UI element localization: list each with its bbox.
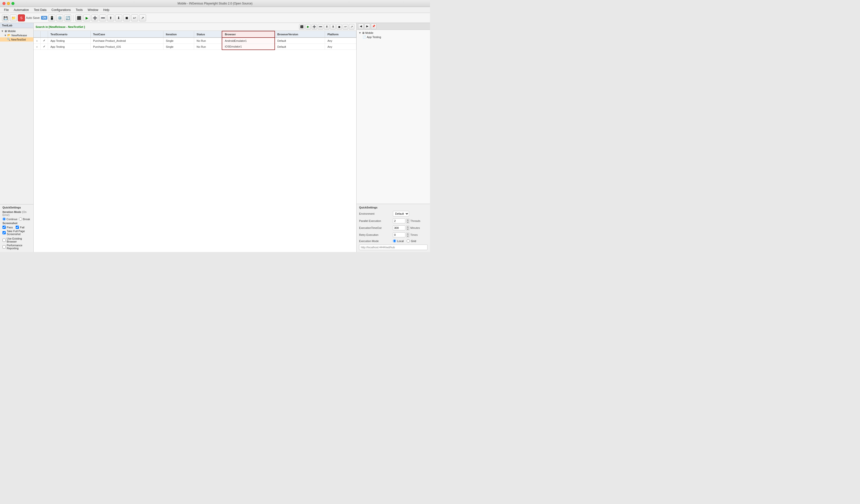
center-redo-btn[interactable]: ↩ [343,24,348,30]
rqs-retry-input[interactable] [393,232,405,237]
toolbar-record-icon[interactable]: ⬛ [75,14,82,21]
screenshot-fail-label: Fail [20,226,24,229]
menu-help[interactable]: Help [101,8,112,12]
toolbar-mobile-icon[interactable]: 📱 [48,14,55,21]
center-add-btn[interactable]: ➕ [312,24,317,30]
table-row[interactable]: ○ ✓ App Testing Purchase Product_iOS Sin… [33,44,356,50]
minimize-button[interactable] [7,2,10,5]
autosave-toggle[interactable]: ON [41,16,47,20]
rqs-parallel-up[interactable]: ▲ [406,219,409,221]
performance-reporting-label: Performance Reporting [7,244,31,250]
center-down-btn[interactable]: ⬇ [330,24,336,30]
expand-icon: ▼ [1,30,3,33]
fullpage-check[interactable] [2,231,6,234]
toolbar-play-icon[interactable]: ▶ [83,14,90,21]
tree-item-newtestset[interactable]: 🔍 NewTestSet [0,37,33,42]
right-tree-apptesting[interactable]: 📄 App Testing [358,35,429,39]
break-option[interactable]: Break [19,217,30,221]
menu-configurations[interactable]: Configurations [49,8,73,12]
menu-file[interactable]: File [2,8,11,12]
screenshot-fullpage-row: Take Full Page Screenshot [2,230,31,235]
toolbar-remove-icon[interactable]: ➖ [99,14,106,21]
performance-reporting-check[interactable] [2,245,6,248]
rqs-timeout-spinner: ▲ ▼ [406,226,409,230]
rqs-parallel-down[interactable]: ▼ [406,221,409,224]
toolbar-redo-icon[interactable]: ↩ [131,14,138,21]
use-existing-browser-label: Use Existing Browser [7,237,31,243]
toolbar-up-icon[interactable]: ⬆ [107,14,114,21]
rqs-environment-select[interactable]: Default [393,211,409,216]
maximize-button[interactable] [12,2,14,5]
toolbar-floppy-icon[interactable]: 📁 [10,14,17,21]
row1-selector[interactable]: ○ [33,38,40,44]
rqs-environment-value: Default [393,211,409,216]
screenshot-pass-check[interactable] [2,226,6,229]
rqs-local-option[interactable]: Local [393,239,404,243]
rqs-header: QuickSettings [359,206,428,209]
continue-option[interactable]: Continue [2,217,17,221]
window-title: Mobile - INGenious Playwright Studio 2.0… [178,2,253,5]
rqs-retry-value: ▲ ▼ Times [393,232,418,237]
toolbar-savered-icon[interactable]: S [18,14,25,21]
menu-tools[interactable]: Tools [74,8,85,12]
right-forward-btn[interactable]: ▶ [364,24,370,29]
center-play-btn[interactable]: ▶ [305,24,311,30]
center-export-btn[interactable]: ↗ [349,24,354,30]
toolbar-stop-icon[interactable]: ⏹ [123,14,130,21]
rqs-retry-down[interactable]: ▼ [406,235,409,237]
rqs-url-input[interactable] [359,245,428,250]
screenshot-fail-check[interactable] [16,226,19,229]
left-panel: TestLab ▼ 🖥 Mobile ▼ 📂 NewRelease 🔍 NewT… [0,23,33,252]
center-stop-btn[interactable]: ⬛ [299,24,304,30]
close-button[interactable] [2,2,5,5]
row2-iteration: Single [163,44,194,50]
toolbar-external-icon[interactable]: ↗ [139,14,146,21]
row1-check[interactable]: ✓ [40,38,48,44]
break-radio[interactable] [19,217,22,221]
rqs-timeout-label: ExecutionTimeOut [359,226,391,229]
table-row[interactable]: ○ ✓ App Testing Purchase Product_Android… [33,38,356,44]
testlab-header: TestLab [0,23,33,28]
menu-window[interactable]: Window [86,8,100,12]
center-remove-btn[interactable]: ➖ [318,24,323,30]
continue-label: Continue [6,218,17,221]
menu-testdata[interactable]: Test Data [32,8,48,12]
main-toolbar: 💾 📁 S Auto Save ON 📱 ⚙️ 🔄 ⬛ ▶ ➕ ➖ ⬆ ⬇ ⏹ … [0,13,430,23]
toolbar-add-icon[interactable]: ➕ [91,14,98,21]
right-back-btn[interactable]: ◀ [358,24,363,29]
rqs-execmode-label: Execution Mode [359,240,391,243]
use-existing-browser-check[interactable] [2,239,6,242]
row2-selector[interactable]: ○ [33,44,40,50]
rqs-parallel-input[interactable]: 2 [393,218,405,224]
toolbar-refresh-icon[interactable]: 🔄 [64,14,71,21]
rqs-local-label: Local [397,240,404,243]
rqs-local-radio[interactable] [393,239,396,243]
row2-testcase: Purchase Product_iOS [90,44,163,50]
rqs-grid-radio[interactable] [406,239,410,243]
toolbar-save-icon[interactable]: 💾 [2,14,9,21]
toolbar-down-icon[interactable]: ⬇ [115,14,122,21]
rqs-retry-up[interactable]: ▲ [406,233,409,235]
tree-item-mobile[interactable]: ▼ 🖥 Mobile [0,29,33,33]
quick-settings-left: QuickSettings Iteration Mode (On Error) … [0,204,33,252]
row2-browser: iOSEmulator1 [222,44,274,50]
rqs-timeout-input[interactable] [393,225,405,230]
right-pin-btn[interactable]: 📌 [371,24,376,29]
center-halt-btn[interactable]: ⏹ [336,24,342,30]
test-table: TestScenario TestCase Iteration Status B… [33,31,356,50]
menu-automation[interactable]: Automation [12,8,31,12]
row2-browserversion: Default [275,44,325,50]
rqs-parallel-row: Parallel Execution 2 ▲ ▼ Threads [359,218,428,224]
rqs-grid-option[interactable]: Grid [406,239,416,243]
continue-radio[interactable] [2,217,6,221]
tree-item-newrelease[interactable]: ▼ 📂 NewRelease [0,33,33,37]
col-check [40,31,48,38]
toolbar-settings-icon[interactable]: ⚙️ [56,14,63,21]
center-up-btn[interactable]: ⬆ [324,24,329,30]
col-testcase: TestCase [90,31,163,38]
rqs-timeout-down[interactable]: ▼ [406,228,409,230]
right-tree-mobile[interactable]: ▼ 🖥 Mobile [358,31,429,35]
row2-check[interactable]: ✓ [40,44,48,50]
rqs-timeout-up[interactable]: ▲ [406,226,409,228]
right-panel: ◀ ▶ 📌 ▼ 🖥 Mobile 📄 App Testing QuickSett… [357,23,430,252]
